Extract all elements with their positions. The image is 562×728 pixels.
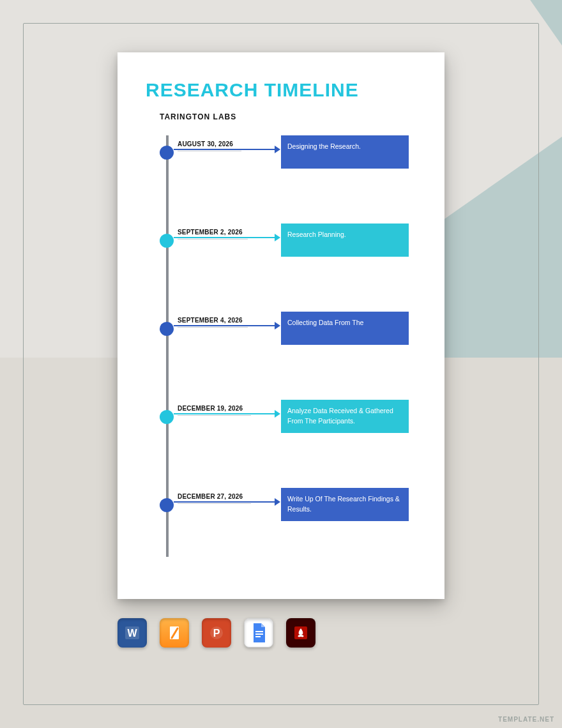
date-underline — [178, 151, 241, 151]
timeline-text: Research Planning. — [281, 224, 409, 257]
timeline: AUGUST 30, 2026 Designing the Research. … — [160, 132, 416, 566]
timeline-text: Analyze Data Received & Gathered From Th… — [281, 400, 409, 433]
svg-rect-6 — [255, 633, 263, 635]
arrow-line — [174, 149, 276, 150]
page-title: RESEARCH TIMELINE — [146, 79, 416, 101]
watermark: TEMPLATE.NET — [498, 716, 554, 723]
timeline-text: Write Up Of The Research Findings & Resu… — [281, 488, 409, 521]
dot-icon — [160, 146, 174, 160]
document-page: RESEARCH TIMELINE TARINGTON LABS AUGUST … — [118, 52, 444, 599]
arrow-line — [174, 237, 276, 238]
timeline-text: Collecting Data From The — [281, 312, 409, 345]
timeline-spine — [166, 135, 169, 557]
date-underline — [178, 239, 248, 239]
svg-rect-7 — [255, 636, 261, 637]
dot-icon — [160, 322, 174, 336]
svg-rect-5 — [255, 631, 263, 632]
timeline-date: SEPTEMBER 2, 2026 — [178, 229, 243, 236]
date-underline — [178, 327, 248, 328]
word-icon: W — [118, 618, 147, 648]
timeline-date: DECEMBER 19, 2026 — [178, 405, 243, 412]
app-icons-row: W P — [118, 618, 315, 648]
timeline-text: Designing the Research. — [281, 135, 409, 169]
timeline-date: AUGUST 30, 2026 — [178, 140, 233, 148]
date-underline — [178, 415, 251, 416]
arrow-line — [174, 501, 276, 503]
pdf-icon — [286, 618, 315, 648]
arrow-line — [174, 325, 276, 326]
timeline-date: DECEMBER 27, 2026 — [178, 493, 243, 500]
pages-icon — [160, 618, 189, 648]
date-underline — [178, 503, 251, 504]
google-docs-icon — [244, 618, 273, 648]
arrow-head-icon — [275, 498, 280, 506]
arrow-head-icon — [275, 322, 280, 330]
svg-text:W: W — [127, 628, 137, 639]
timeline-date: SEPTEMBER 4, 2026 — [178, 317, 243, 324]
dot-icon — [160, 498, 174, 512]
dot-icon — [160, 234, 174, 248]
svg-text:P: P — [213, 628, 220, 639]
powerpoint-icon: P — [202, 618, 231, 648]
arrow-line — [174, 413, 276, 414]
dot-icon — [160, 410, 174, 424]
page-subtitle: TARINGTON LABS — [160, 112, 416, 121]
arrow-head-icon — [275, 146, 280, 153]
arrow-head-icon — [275, 410, 280, 418]
arrow-head-icon — [275, 234, 280, 241]
